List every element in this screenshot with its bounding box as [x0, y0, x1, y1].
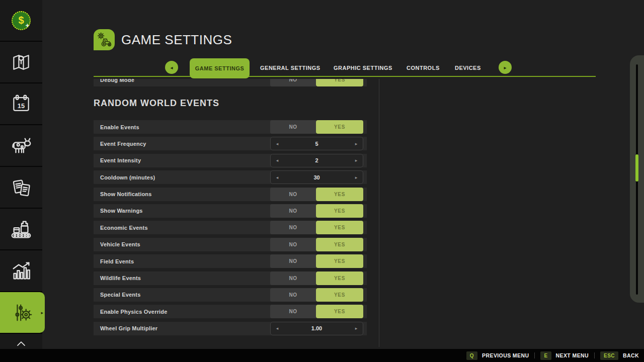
setting-label: Vehicle Events — [100, 238, 140, 251]
value-stepper: ◂ 5 ▸ — [270, 137, 363, 150]
yes-no-toggle: NO YES — [270, 238, 363, 251]
toggle-no-button[interactable]: NO — [270, 221, 316, 234]
settings-gear-icon — [11, 301, 34, 324]
setting-label: Show Notifications — [100, 188, 152, 201]
toggle-no-button[interactable]: NO — [270, 254, 316, 268]
stepper-value: 30 — [284, 174, 350, 180]
key-q-badge: Q — [466, 351, 477, 360]
setting-row: Wildlife Events NO YES — [94, 272, 367, 285]
toggle-yes-button[interactable]: YES — [316, 254, 363, 268]
toggle-yes-button[interactable]: YES — [316, 120, 363, 134]
stepper-value: 1.00 — [284, 325, 350, 331]
value-stepper: ◂ 2 ▸ — [270, 154, 363, 167]
map-icon — [10, 51, 32, 73]
page-title: GAME SETTINGS — [121, 32, 232, 48]
cow-icon — [10, 134, 33, 157]
yes-no-toggle: NO YES — [270, 288, 363, 302]
setting-label: Wildlife Events — [100, 272, 141, 285]
tab-devices[interactable]: DEVICES — [455, 58, 481, 77]
toggle-yes-button[interactable]: YES — [316, 272, 363, 285]
key-esc-badge: ESC — [600, 351, 618, 360]
tab-graphic-settings[interactable]: GRAPHIC SETTINGS — [334, 58, 392, 77]
toggle-no-button[interactable]: NO — [270, 204, 316, 218]
page-icon — [94, 29, 115, 50]
setting-row: Event Intensity ◂ 2 ▸ — [94, 154, 367, 167]
svg-text:15: 15 — [18, 102, 25, 110]
setting-row: Enable Physics Override NO YES — [94, 305, 367, 318]
settings-scroll-area: Debug Mode NO YES RANDOM WORLD EVENTS En… — [94, 79, 367, 347]
sidebar-item-map[interactable] — [0, 42, 42, 82]
stepper-increase-button[interactable]: ▸ — [350, 154, 363, 167]
tab-general-settings[interactable]: GENERAL SETTINGS — [260, 58, 320, 77]
stepper-decrease-button[interactable]: ◂ — [271, 171, 284, 184]
sidebar-item-more[interactable] — [0, 334, 42, 349]
stepper-increase-button[interactable]: ▸ — [350, 171, 363, 184]
stepper-value: 2 — [284, 157, 350, 163]
tabs-prev-button[interactable]: ◂ — [165, 61, 178, 74]
value-stepper: ◂ 1.00 ▸ — [270, 322, 363, 335]
content-divider — [379, 79, 379, 347]
stepper-increase-button[interactable]: ▸ — [350, 322, 363, 335]
sidebar-item-statistics[interactable] — [0, 250, 42, 291]
settings-rows: Enable Events NO YES Event Frequency ◂ 5… — [94, 120, 367, 335]
sidebar-item-finances[interactable]: $ + — [0, 0, 42, 41]
toggle-yes-button[interactable]: YES — [316, 238, 363, 251]
left-arrow-icon: ◂ — [170, 65, 173, 70]
sidebar: $ + 15 — [0, 0, 42, 362]
setting-label: Field Events — [100, 254, 134, 268]
toggle-yes-button[interactable]: YES — [316, 204, 363, 218]
statistics-icon — [10, 259, 33, 283]
key-e-badge: E — [540, 351, 551, 360]
setting-row: Economic Events NO YES — [94, 221, 367, 234]
setting-row: Event Frequency ◂ 5 ▸ — [94, 137, 367, 150]
hint-divider — [594, 352, 595, 358]
tabs-next-button[interactable]: ▸ — [499, 61, 512, 74]
toggle-yes-button[interactable]: YES — [316, 188, 363, 201]
toggle-no-button[interactable]: NO — [270, 288, 316, 302]
toggle-no-button[interactable]: NO — [270, 120, 316, 134]
toggle-yes-button[interactable]: YES — [316, 288, 363, 302]
setting-row: Special Events NO YES — [94, 288, 367, 302]
hint-next-menu: E NEXT MENU — [540, 351, 589, 360]
yes-no-toggle: NO YES — [270, 221, 363, 234]
toggle-no-button[interactable]: NO — [270, 305, 316, 318]
toggle-no-button[interactable]: NO — [270, 238, 316, 251]
toggle-yes-button[interactable]: YES — [316, 305, 363, 318]
sidebar-item-contracts[interactable] — [0, 167, 42, 208]
hint-label: BACK — [623, 352, 639, 358]
setting-label: Show Warnings — [100, 204, 143, 218]
toggle-no-button[interactable]: NO — [270, 188, 316, 201]
sidebar-item-calendar[interactable]: 15 — [0, 83, 42, 124]
yes-no-toggle: NO YES — [270, 305, 363, 318]
yes-no-toggle: NO YES — [270, 254, 363, 268]
debug-mode-toggle: NO YES — [270, 79, 363, 86]
sidebar-item-animals[interactable] — [0, 125, 42, 166]
right-arrow-icon: ▸ — [504, 65, 506, 70]
scrollbar-thumb[interactable] — [635, 154, 638, 182]
toggle-no-button[interactable]: NO — [270, 272, 316, 285]
yes-no-toggle: NO YES — [270, 188, 363, 201]
yes-no-toggle: NO YES — [270, 204, 363, 218]
stepper-increase-button[interactable]: ▸ — [350, 137, 363, 150]
setting-row: Show Notifications NO YES — [94, 188, 367, 201]
toggle-yes-button[interactable]: YES — [316, 79, 363, 86]
stepper-decrease-button[interactable]: ◂ — [271, 322, 284, 335]
setting-row: Show Warnings NO YES — [94, 204, 367, 218]
stepper-decrease-button[interactable]: ◂ — [271, 137, 284, 150]
active-item-arrow-icon: ▸ — [41, 310, 43, 315]
setting-label: Cooldown (minutes) — [100, 170, 155, 184]
tractor-gear-icon — [96, 31, 113, 48]
hint-back: ESC BACK — [600, 351, 639, 360]
hint-divider — [534, 352, 535, 358]
sidebar-item-settings[interactable]: ▸ — [0, 292, 45, 333]
hint-label: NEXT MENU — [556, 352, 589, 358]
setting-label: Event Frequency — [100, 137, 146, 150]
tab-controls[interactable]: CONTROLS — [407, 58, 440, 77]
sidebar-item-production[interactable] — [0, 209, 42, 249]
toggle-yes-button[interactable]: YES — [316, 221, 363, 234]
yes-no-toggle: NO YES — [270, 272, 363, 285]
tab-game-settings[interactable]: GAME SETTINGS — [190, 58, 250, 78]
stepper-decrease-button[interactable]: ◂ — [271, 154, 284, 167]
toggle-no-button[interactable]: NO — [270, 79, 316, 86]
setting-label: Debug Mode — [100, 79, 134, 86]
